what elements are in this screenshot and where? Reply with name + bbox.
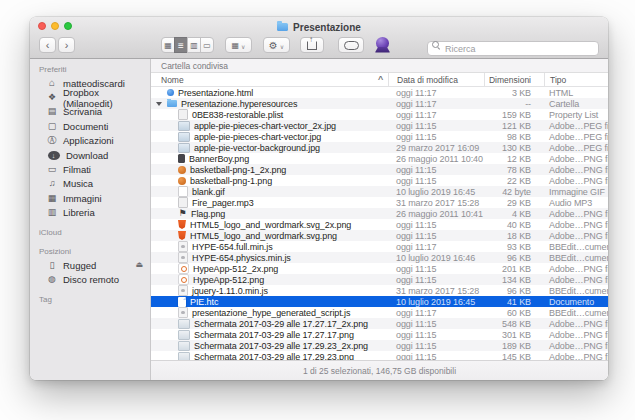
sidebar-item-libreria[interactable]: Libreria — [30, 206, 150, 220]
file-row[interactable]: basketball-png-1_2x.pngoggi 11:1578 KBAd… — [151, 164, 608, 175]
column-view-button[interactable] — [187, 37, 201, 53]
file-name-cell: HYPE-654.full.min.js — [151, 241, 388, 252]
file-row[interactable]: Presentazione.hyperesourcesoggi 11:17--C… — [151, 98, 608, 109]
image-jpg-icon — [178, 143, 190, 153]
file-name-cell: HYPE-654.physics.min.js — [151, 252, 388, 263]
sidebar-item-scrivania[interactable]: Scrivania — [30, 105, 150, 119]
sidebar-item-musica[interactable]: Musica — [30, 177, 150, 191]
shared-folder-banner: Cartella condivisa — [151, 59, 608, 73]
tags-button[interactable] — [338, 37, 364, 53]
basketball-icon — [178, 177, 186, 185]
file-row[interactable]: Schermata 2017-03-29 alle 17.29.23.pngog… — [151, 351, 608, 360]
disclosure-triangle-icon[interactable] — [156, 102, 162, 106]
file-row[interactable]: Flag.png26 maggio 2011 10:414 KBAdobe…PN… — [151, 208, 608, 219]
file-name-cell: Schermata 2017-03-29 alle 17.27.17_2x.pn… — [151, 319, 388, 329]
minimize-button[interactable] — [51, 22, 59, 30]
forward-button[interactable] — [58, 37, 75, 53]
file-name-cell: HypeApp-512.png — [151, 274, 388, 285]
sidebar-item-documenti[interactable]: Documenti — [30, 119, 150, 133]
action-menu-button[interactable]: ∨ — [263, 37, 290, 53]
file-modified: 26 maggio 2011 10:40 — [388, 154, 484, 164]
file-row[interactable]: PIE.htc10 luglio 2019 16:4541 KBDocument… — [151, 296, 608, 307]
sidebar-item-label: Filmati — [63, 164, 91, 175]
column-header-data-di-modifica[interactable]: Data di modifica — [388, 73, 484, 86]
file-modified: oggi 11:17 — [388, 99, 484, 109]
file-type: Adobe…PNG file — [544, 330, 608, 340]
title-group: Presentazione — [277, 22, 361, 33]
file-row[interactable]: Presentazione.htmloggi 11:173 KBHTML — [151, 87, 608, 98]
file-modified: oggi 11:15 — [388, 220, 484, 230]
file-name: basketball-png-1_2x.png — [190, 165, 286, 175]
file-size: 189 KB — [484, 341, 544, 351]
gallery-view-button[interactable] — [200, 37, 214, 53]
sidebar-item-dropbox-milanoedit[interactable]: Dropbox (Milanoedit) — [30, 90, 150, 104]
file-size: 18 KB — [484, 231, 544, 241]
file-row[interactable]: Schermata 2017-03-29 alle 17.29.23_2x.pn… — [151, 340, 608, 351]
sidebar-item-label: Disco remoto — [63, 274, 119, 285]
file-row[interactable]: BannerBoy.png26 maggio 2011 10:4012 KBAd… — [151, 153, 608, 164]
icon-view-button[interactable] — [161, 37, 175, 53]
file-row[interactable]: 0BE838-restorable.plistoggi 11:17159 KBP… — [151, 109, 608, 120]
file-row[interactable]: Schermata 2017-03-29 alle 17.27.17_2x.pn… — [151, 318, 608, 329]
file-type: Adobe…PEG file — [544, 121, 608, 131]
file-row[interactable]: jquery-1.11.0.min.js31 marzo 2017 15:289… — [151, 285, 608, 296]
share-button[interactable] — [300, 37, 324, 53]
sidebar-item-filmati[interactable]: Filmati — [30, 162, 150, 176]
document-icon — [178, 297, 186, 307]
file-row[interactable]: HYPE-654.physics.min.js10 luglio 2019 16… — [151, 252, 608, 263]
sidebar-item-rugged[interactable]: Rugged — [30, 258, 150, 272]
file-type: Adobe…PNG file — [544, 209, 608, 219]
file-row[interactable]: apple-pie-vector-background.jpg29 marzo … — [151, 142, 608, 153]
image-jpg-icon — [178, 132, 190, 142]
file-row[interactable]: basketball-png-1.pngoggi 11:1522 KBAdobe… — [151, 175, 608, 186]
file-row[interactable]: HTML5_logo_and_wordmark.svg_2x.pngoggi 1… — [151, 219, 608, 230]
titlebar[interactable]: Presentazione — [30, 17, 608, 33]
file-row[interactable]: HTML5_logo_and_wordmark.svg.pngoggi 11:1… — [151, 230, 608, 241]
file-name: Presentazione.hyperesources — [181, 99, 297, 109]
file-row[interactable]: presentazione_hype_generated_script.jsog… — [151, 307, 608, 318]
sidebar-item-download[interactable]: Download — [30, 148, 150, 162]
back-button[interactable] — [39, 37, 56, 53]
folder-icon — [277, 23, 288, 31]
file-row[interactable]: Fire_pager.mp331 marzo 2017 15:2829 KBAu… — [151, 197, 608, 208]
file-row[interactable]: HypeApp-512.pngoggi 11:15134 KBAdobe…PNG… — [151, 274, 608, 285]
script-document-icon — [178, 307, 188, 318]
file-list: Presentazione.htmloggi 11:173 KBHTMLPres… — [151, 87, 608, 360]
file-row[interactable]: Schermata 2017-03-29 alle 17.27.17.pngog… — [151, 329, 608, 340]
script-document-icon — [178, 241, 188, 252]
window-title: Presentazione — [293, 22, 361, 33]
file-row[interactable]: apple-pie-pieces-chart-vector_2x.jpgoggi… — [151, 120, 608, 131]
sidebar-item-immagini[interactable]: Immagini — [30, 191, 150, 205]
close-button[interactable] — [38, 22, 46, 30]
file-name-cell: blank.gif — [151, 186, 388, 197]
file-size: 78 KB — [484, 165, 544, 175]
column-label: Tipo — [550, 75, 566, 85]
file-size: 98 KB — [484, 132, 544, 142]
file-size: 3 KB — [484, 88, 544, 98]
file-size: 121 KB — [484, 121, 544, 131]
column-header-tipo[interactable]: Tipo — [544, 73, 608, 86]
eject-icon[interactable] — [135, 260, 143, 269]
file-name: HTML5_logo_and_wordmark.svg.png — [190, 231, 337, 241]
file-row[interactable]: apple-pie-pieces-chart-vector.jpgoggi 11… — [151, 131, 608, 142]
sidebar-item-applicazioni[interactable]: Applicazioni — [30, 134, 150, 148]
column-header-dimensioni[interactable]: Dimensioni — [484, 73, 544, 86]
file-row[interactable]: HYPE-654.full.min.jsoggi 11:1793 KBBBEdi… — [151, 241, 608, 252]
group-by-button[interactable]: ∨ — [225, 37, 252, 53]
file-modified: oggi 11:15 — [388, 330, 484, 340]
script-document-icon — [178, 285, 188, 296]
list-view-button[interactable] — [174, 37, 188, 53]
column-header-nome[interactable]: Nome — [151, 73, 388, 86]
search-input[interactable] — [427, 41, 599, 56]
file-row[interactable]: blank.gif10 luglio 2019 16:4542 byteImma… — [151, 186, 608, 197]
file-type: Adobe…PNG file — [544, 264, 608, 274]
chevron-down-icon: ∨ — [280, 42, 284, 49]
zoom-button[interactable] — [64, 22, 72, 30]
file-name-cell: presentazione_hype_generated_script.js — [151, 307, 388, 318]
hype-app-button[interactable] — [372, 36, 394, 55]
remote-disc-icon — [46, 275, 58, 284]
file-name: 0BE838-restorable.plist — [192, 110, 283, 120]
file-row[interactable]: HypeApp-512_2x.pngoggi 11:15201 KBAdobe…… — [151, 263, 608, 274]
folder-icon — [167, 100, 177, 107]
sidebar-item-disco-remoto[interactable]: Disco remoto — [30, 272, 150, 286]
